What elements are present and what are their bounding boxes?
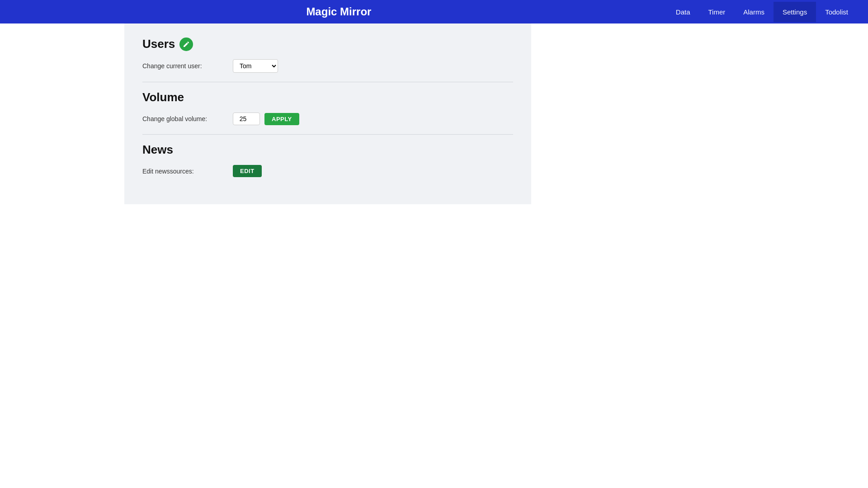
nav-item-alarms[interactable]: Alarms xyxy=(734,2,774,22)
volume-section-title: Volume xyxy=(142,90,184,104)
app-title: Magic Mirror xyxy=(11,5,667,18)
divider-2 xyxy=(142,134,513,135)
change-user-label: Change current user: xyxy=(142,62,233,70)
news-section-header: News xyxy=(142,143,513,157)
edit-newssources-label: Edit newssources: xyxy=(142,168,233,175)
volume-section: Volume Change global volume: APPLY xyxy=(142,90,513,125)
users-section: Users Change current user: Tom Alice Bob xyxy=(142,37,513,73)
main-content: Users Change current user: Tom Alice Bob… xyxy=(124,23,531,204)
nav-item-settings[interactable]: Settings xyxy=(774,2,816,22)
edit-newssources-row: Edit newssources: EDIT xyxy=(142,165,513,177)
users-section-title: Users xyxy=(142,37,175,51)
change-volume-row: Change global volume: APPLY xyxy=(142,113,513,125)
change-volume-label: Change global volume: xyxy=(142,115,233,122)
user-select-dropdown[interactable]: Tom Alice Bob xyxy=(233,59,278,73)
divider-1 xyxy=(142,82,513,82)
nav-item-todolist[interactable]: Todolist xyxy=(816,2,857,22)
apply-volume-button[interactable]: APPLY xyxy=(264,113,299,125)
nav-items: Data Timer Alarms Settings Todolist xyxy=(667,2,857,22)
navbar: Magic Mirror Data Timer Alarms Settings … xyxy=(0,0,868,23)
news-section: News Edit newssources: EDIT xyxy=(142,143,513,177)
change-user-row: Change current user: Tom Alice Bob xyxy=(142,59,513,73)
volume-input[interactable] xyxy=(233,113,260,125)
pencil-icon xyxy=(183,41,190,48)
nav-item-timer[interactable]: Timer xyxy=(699,2,734,22)
edit-newssources-button[interactable]: EDIT xyxy=(233,165,262,177)
nav-item-data[interactable]: Data xyxy=(667,2,699,22)
users-edit-icon-button[interactable] xyxy=(179,38,193,51)
users-section-header: Users xyxy=(142,37,513,51)
news-section-title: News xyxy=(142,143,173,157)
volume-section-header: Volume xyxy=(142,90,513,104)
